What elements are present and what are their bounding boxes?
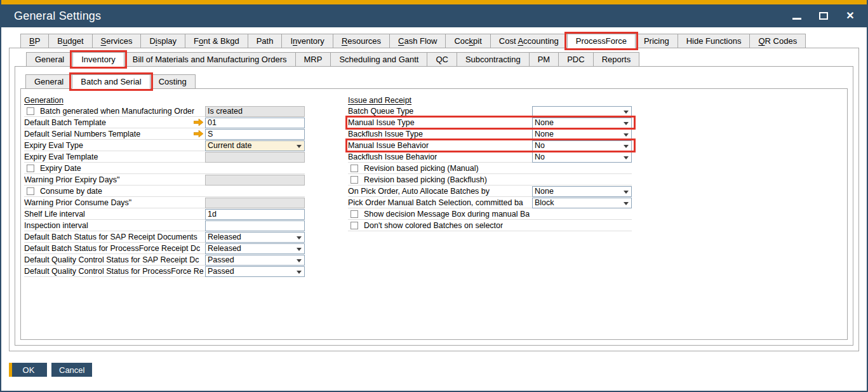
- tab-l1-cost-accounting[interactable]: Cost Accounting: [490, 34, 568, 48]
- backflush-issue-behavior-dropdown[interactable]: No: [532, 152, 632, 163]
- batch-generated-when-manufacturing-order-checkbox[interactable]: [27, 107, 34, 115]
- tab-label: General: [35, 55, 64, 64]
- tab-l1-qr-codes[interactable]: QR Codes: [749, 34, 806, 48]
- close-button[interactable]: ✕: [845, 11, 855, 21]
- tab-l1-processforce[interactable]: ProcessForce: [567, 34, 636, 48]
- maximize-button[interactable]: [818, 11, 829, 21]
- expiry-date-checkbox[interactable]: [27, 165, 34, 172]
- row-label-area: Batch generated when Manufacturing Order: [24, 105, 205, 117]
- form-row: Inspection interval: [24, 220, 305, 231]
- link-arrow-icon[interactable]: [194, 119, 205, 126]
- field-value: Passed: [208, 267, 234, 276]
- field-label: Backflush Issue Type: [348, 130, 423, 139]
- minimize-icon: [792, 18, 801, 20]
- field-label: Backflush Issue Behavior: [348, 152, 437, 161]
- tab-l1-budget[interactable]: Budget: [48, 34, 92, 48]
- form-row: Don't show colored Batches on selector: [348, 220, 632, 231]
- field-label: Revision based picking (Manual): [364, 164, 479, 173]
- form-row: Pick Order Manual Batch Selection, commi…: [348, 197, 632, 208]
- revision-based-picking-manual-checkbox[interactable]: [351, 165, 358, 172]
- expiry-eval-type-dropdown[interactable]: Current date: [205, 140, 305, 151]
- warning-prior-expiry-days-input[interactable]: [205, 175, 305, 186]
- tab-strip-level2: GeneralInventoryBill of Materials and Ma…: [26, 52, 853, 67]
- field-label: Default Quality Control Status for Proce…: [24, 267, 204, 276]
- pick-order-manual-batch-selection-committed-ba-dropdown[interactable]: Block: [532, 198, 632, 208]
- revision-based-picking-backflush-checkbox[interactable]: [351, 176, 358, 184]
- default-quality-control-status-for-processforce-re-dropdown[interactable]: Passed: [205, 266, 305, 277]
- on-pick-order-auto-allocate-batches-by-dropdown[interactable]: None: [532, 186, 632, 197]
- expiry-eval-template-input[interactable]: [205, 152, 305, 163]
- tab-l2-bill-of-materials-and-manufacturing-orders[interactable]: Bill of Materials and Manufacturing Orde…: [124, 52, 296, 67]
- field-value: No: [535, 141, 545, 150]
- tab-l2-scheduling-and-gantt[interactable]: Scheduling and Gantt: [330, 52, 427, 67]
- tab-l3-general[interactable]: General: [25, 74, 72, 89]
- tab-l3-costing[interactable]: Costing: [150, 74, 196, 89]
- field-label: Pick Order Manual Batch Selection, commi…: [348, 198, 523, 207]
- show-decision-message-box-during-manual-ba-checkbox[interactable]: [351, 210, 358, 218]
- dropdown-arrow-icon: [624, 191, 629, 194]
- batch-queue-type-dropdown[interactable]: [532, 106, 632, 117]
- backflush-issue-type-dropdown[interactable]: None: [532, 129, 632, 140]
- cancel-button[interactable]: Cancel: [51, 363, 92, 377]
- general-settings-window: General Settings ✕ BPBudgetServicesDispl…: [0, 0, 868, 392]
- tab-l2-reports[interactable]: Reports: [593, 52, 640, 67]
- tab-l2-qc[interactable]: QC: [427, 52, 457, 67]
- default-batch-status-for-sap-receipt-documents-dropdown[interactable]: Released: [205, 232, 305, 243]
- row-label-area: Generation: [24, 95, 305, 105]
- don-t-show-colored-batches-on-selector-checkbox[interactable]: [351, 222, 358, 229]
- field-label: Default Batch Status for SAP Receipt Doc…: [24, 233, 197, 241]
- minimize-button[interactable]: [792, 11, 802, 21]
- tab-l2-inventory[interactable]: Inventory: [72, 52, 124, 67]
- row-label-area: On Pick Order, Auto Allocate Batches by: [348, 186, 532, 197]
- default-batch-status-for-processforce-receipt-dc-dropdown[interactable]: Released: [205, 243, 305, 254]
- field-label: Expiry Eval Template: [24, 152, 98, 161]
- warning-prior-consume-days-input[interactable]: [205, 198, 305, 208]
- tab-l1-font-bkgd[interactable]: Font & Bkgd: [185, 34, 248, 48]
- consume-by-date-checkbox[interactable]: [27, 187, 34, 195]
- tab-l2-subcontracting[interactable]: Subcontracting: [457, 52, 530, 67]
- tab-l2-general[interactable]: General: [26, 52, 73, 67]
- manual-issue-type-dropdown[interactable]: None: [532, 118, 632, 128]
- tab-l1-bp[interactable]: BP: [20, 34, 49, 48]
- shelf-life-interval-input[interactable]: 1d: [205, 209, 305, 220]
- tab-l2-pdc[interactable]: PDC: [558, 52, 593, 67]
- default-batch-template-input[interactable]: 01: [205, 118, 305, 128]
- default-serial-numbers-template-input[interactable]: S: [205, 129, 305, 140]
- tab-l1-services[interactable]: Services: [92, 34, 142, 48]
- link-arrow-icon[interactable]: [194, 130, 205, 137]
- tab-l1-resources[interactable]: Resources: [333, 34, 390, 48]
- tab-l3-batch-and-serial[interactable]: Batch and Serial: [72, 74, 150, 89]
- field-label: Inspection interval: [24, 221, 88, 230]
- form-row: Backflush Issue TypeNone: [348, 128, 632, 140]
- manual-issue-behavior-dropdown[interactable]: No: [532, 140, 632, 151]
- row-label-area: Expiry Eval Type: [24, 140, 205, 151]
- tab-l2-pm[interactable]: PM: [529, 52, 559, 67]
- tab-l1-pricing[interactable]: Pricing: [635, 34, 678, 48]
- title-bar: General Settings ✕: [1, 4, 867, 27]
- batch-generated-when-manufacturing-order-input[interactable]: Is created: [205, 106, 305, 117]
- tab-l1-inventory[interactable]: Inventory: [281, 34, 333, 48]
- tab-l2-mrp[interactable]: MRP: [295, 52, 331, 67]
- dropdown-arrow-icon: [624, 111, 629, 114]
- tab-l1-display[interactable]: Display: [140, 34, 185, 48]
- tab-l1-path[interactable]: Path: [248, 34, 283, 48]
- tab-label: Font & Bkgd: [194, 36, 239, 46]
- tab-l1-cockpit[interactable]: Cockpit: [445, 34, 490, 48]
- tab-label: Reports: [602, 55, 631, 64]
- inspection-interval-input[interactable]: [205, 220, 305, 231]
- dropdown-arrow-icon: [297, 248, 302, 251]
- tab-l1-cash-flow[interactable]: Cash Flow: [389, 34, 446, 48]
- row-label-area: Default Quality Control Status for Proce…: [24, 266, 205, 277]
- row-label-area: Consume by date: [24, 186, 305, 197]
- default-quality-control-status-for-sap-receipt-dc-dropdown[interactable]: Passed: [205, 255, 305, 266]
- row-label-area: Batch Queue Type: [348, 105, 532, 117]
- ok-button[interactable]: OK: [9, 363, 47, 377]
- row-label-area: Show decision Message Box during manual …: [348, 208, 632, 220]
- tab-l1-hide-functions[interactable]: Hide Functions: [678, 34, 751, 48]
- field-value: 1d: [208, 210, 217, 219]
- tab-label: Inventory: [81, 55, 115, 64]
- row-label-area: Default Quality Control Status for SAP R…: [24, 254, 205, 266]
- field-label: Expiry Date: [40, 164, 81, 173]
- tab-label: MRP: [304, 55, 323, 64]
- field-label: Warning Prior Consume Days": [24, 198, 131, 207]
